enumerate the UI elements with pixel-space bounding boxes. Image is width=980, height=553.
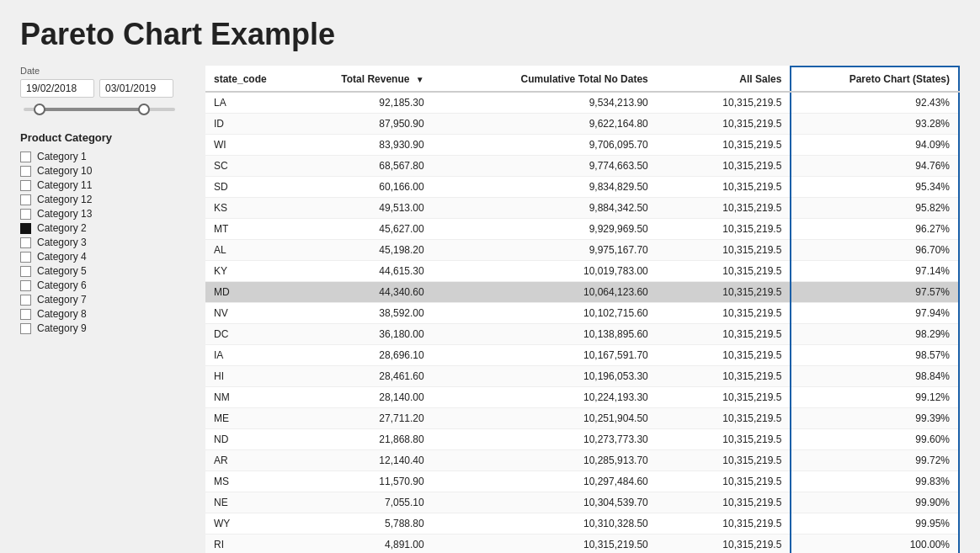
- col-header-state[interactable]: state_code: [205, 66, 298, 92]
- cell-pareto: 95.34%: [791, 177, 959, 198]
- cell-state: MD: [205, 282, 298, 303]
- slider-thumb-right[interactable]: [138, 104, 150, 115]
- cell-pareto: 96.70%: [791, 240, 959, 261]
- table-row[interactable]: HI28,461.6010,196,053.3010,315,219.598.8…: [205, 366, 959, 387]
- cell-revenue: 11,570.90: [298, 471, 433, 492]
- cell-cumulative: 10,285,913.70: [433, 450, 657, 471]
- cell-state: NM: [205, 387, 298, 408]
- category-checkbox[interactable]: [20, 237, 31, 248]
- slider-thumb-left[interactable]: [34, 104, 45, 115]
- cell-pareto: 99.39%: [791, 408, 959, 429]
- cell-pareto: 98.29%: [791, 324, 959, 345]
- cell-allsales: 10,315,219.5: [657, 429, 791, 450]
- category-item[interactable]: Category 13: [20, 208, 190, 220]
- table-row[interactable]: DC36,180.0010,138,895.6010,315,219.598.2…: [205, 324, 959, 345]
- col-header-revenue[interactable]: Total Revenue ▼: [298, 66, 433, 92]
- table-row[interactable]: WY5,788.8010,310,328.5010,315,219.599.95…: [205, 513, 959, 534]
- table-row[interactable]: RI4,891.0010,315,219.5010,315,219.5100.0…: [205, 534, 959, 554]
- category-checkbox[interactable]: [20, 209, 31, 220]
- category-item[interactable]: Category 1: [20, 151, 190, 162]
- table-row[interactable]: KS49,513.009,884,342.5010,315,219.595.82…: [205, 198, 959, 219]
- category-checkbox[interactable]: [20, 266, 31, 277]
- table-row[interactable]: NE7,055.1010,304,539.7010,315,219.599.90…: [205, 492, 959, 513]
- cell-revenue: 87,950.90: [298, 114, 433, 135]
- date-slider[interactable]: [20, 108, 190, 111]
- table-row[interactable]: IA28,696.1010,167,591.7010,315,219.598.5…: [205, 345, 959, 366]
- category-checkbox[interactable]: [20, 295, 31, 306]
- cell-state: MS: [205, 471, 298, 492]
- table-row[interactable]: NV38,592.0010,102,715.6010,315,219.597.9…: [205, 303, 959, 324]
- cell-cumulative: 9,706,095.70: [433, 135, 657, 156]
- table-row[interactable]: NM28,140.0010,224,193.3010,315,219.599.1…: [205, 387, 959, 408]
- cell-cumulative: 9,975,167.70: [433, 240, 657, 261]
- cell-allsales: 10,315,219.5: [657, 303, 791, 324]
- category-checkbox[interactable]: [20, 180, 31, 191]
- cell-cumulative: 9,929,969.50: [433, 219, 657, 240]
- col-header-revenue-label: Total Revenue: [341, 73, 409, 85]
- table-row[interactable]: LA92,185.309,534,213.9010,315,219.592.43…: [205, 92, 959, 114]
- col-header-cumulative[interactable]: Cumulative Total No Dates: [433, 66, 657, 92]
- category-checkbox[interactable]: [20, 152, 31, 162]
- cell-pareto: 98.57%: [791, 345, 959, 366]
- category-item[interactable]: Category 10: [20, 165, 190, 177]
- cell-cumulative: 10,251,904.50: [433, 408, 657, 429]
- cell-pareto: 99.60%: [791, 429, 959, 450]
- table-row[interactable]: ND21,868.8010,273,773.3010,315,219.599.6…: [205, 429, 959, 450]
- table-row[interactable]: KY44,615.3010,019,783.0010,315,219.597.1…: [205, 261, 959, 282]
- cell-state: WI: [205, 135, 298, 156]
- cell-allsales: 10,315,219.5: [657, 366, 791, 387]
- table-row[interactable]: MD44,340.6010,064,123.6010,315,219.597.5…: [205, 282, 959, 303]
- col-header-allsales[interactable]: All Sales: [657, 66, 791, 92]
- category-checkbox[interactable]: [20, 166, 31, 177]
- cell-cumulative: 10,102,715.60: [433, 303, 657, 324]
- cell-revenue: 68,567.80: [298, 156, 433, 177]
- category-checkbox[interactable]: [20, 223, 31, 234]
- table-row[interactable]: ID87,950.909,622,164.8010,315,219.593.28…: [205, 114, 959, 135]
- cell-revenue: 36,180.00: [298, 324, 433, 345]
- category-checkbox[interactable]: [20, 309, 31, 320]
- table-row[interactable]: ME27,711.2010,251,904.5010,315,219.599.3…: [205, 408, 959, 429]
- col-header-allsales-label: All Sales: [739, 73, 781, 85]
- category-checkbox[interactable]: [20, 280, 31, 291]
- date-start-input[interactable]: [20, 79, 94, 98]
- table-row[interactable]: SC68,567.809,774,663.5010,315,219.594.76…: [205, 156, 959, 177]
- category-item[interactable]: Category 2: [20, 222, 190, 234]
- category-item[interactable]: Category 6: [20, 279, 190, 291]
- cell-allsales: 10,315,219.5: [657, 345, 791, 366]
- table-row[interactable]: SD60,166.009,834,829.5010,315,219.595.34…: [205, 177, 959, 198]
- category-item[interactable]: Category 8: [20, 308, 190, 320]
- cell-cumulative: 10,019,783.00: [433, 261, 657, 282]
- table-row[interactable]: AL45,198.209,975,167.7010,315,219.596.70…: [205, 240, 959, 261]
- date-end-input[interactable]: [99, 79, 173, 98]
- table-row[interactable]: MS11,570.9010,297,484.6010,315,219.599.8…: [205, 471, 959, 492]
- category-label: Category 13: [37, 208, 92, 220]
- cell-allsales: 10,315,219.5: [657, 135, 791, 156]
- col-header-pareto[interactable]: Pareto Chart (States): [791, 66, 959, 92]
- category-item[interactable]: Category 11: [20, 179, 190, 191]
- category-item[interactable]: Category 4: [20, 251, 190, 263]
- page: Pareto Chart Example Date Product Catego…: [0, 0, 980, 553]
- category-item[interactable]: Category 5: [20, 265, 190, 277]
- category-checkbox[interactable]: [20, 323, 31, 334]
- category-item[interactable]: Category 12: [20, 194, 190, 205]
- table-row[interactable]: AR12,140.4010,285,913.7010,315,219.599.7…: [205, 450, 959, 471]
- table-row[interactable]: MT45,627.009,929,969.5010,315,219.596.27…: [205, 219, 959, 240]
- cell-cumulative: 9,774,663.50: [433, 156, 657, 177]
- category-checkbox[interactable]: [20, 252, 31, 263]
- category-item[interactable]: Category 9: [20, 322, 190, 334]
- page-title: Pareto Chart Example: [20, 17, 960, 52]
- cell-cumulative: 9,834,829.50: [433, 177, 657, 198]
- cell-allsales: 10,315,219.5: [657, 177, 791, 198]
- cell-state: HI: [205, 366, 298, 387]
- table-row[interactable]: WI83,930.909,706,095.7010,315,219.594.09…: [205, 135, 959, 156]
- cell-state: MT: [205, 219, 298, 240]
- cell-cumulative: 10,064,123.60: [433, 282, 657, 303]
- cell-pareto: 95.82%: [791, 198, 959, 219]
- category-label: Category 7: [37, 294, 87, 306]
- cell-revenue: 21,868.80: [298, 429, 433, 450]
- cell-cumulative: 9,884,342.50: [433, 198, 657, 219]
- category-checkbox[interactable]: [20, 194, 31, 205]
- cell-revenue: 28,140.00: [298, 387, 433, 408]
- category-item[interactable]: Category 7: [20, 294, 190, 306]
- category-item[interactable]: Category 3: [20, 237, 190, 248]
